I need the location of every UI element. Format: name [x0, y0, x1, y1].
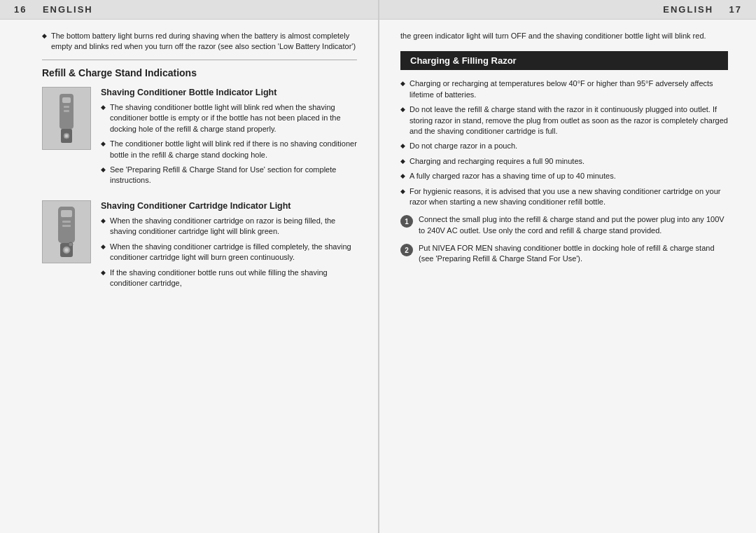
cartridge-bullet-0: ◆ When the shaving conditioner cartridge… — [101, 216, 357, 237]
svg-point-3 — [65, 134, 68, 137]
step-number-2: 2 — [400, 244, 413, 256]
bottle-image — [42, 87, 91, 150]
step-number-1: 1 — [400, 215, 413, 228]
svg-rect-11 — [61, 210, 72, 217]
razor-illustration-2 — [46, 204, 88, 260]
left-page: 16 ENGLISH ◆ The bottom battery light bu… — [0, 0, 378, 533]
right-page: ENGLISH 17 the green indicator light wil… — [378, 0, 756, 533]
svg-rect-5 — [64, 106, 69, 108]
left-language: ENGLISH — [43, 4, 93, 15]
charging-bullet-0: ◆ Charging or recharging at temperatures… — [400, 78, 728, 100]
cartridge-bullet-text-1: When the shaving conditioner cartridge i… — [110, 242, 357, 263]
charging-bullet-text-0: Charging or recharging at temperatures b… — [410, 78, 728, 100]
charging-bullet-5: ◆ For hygienic reasons, it is advised th… — [400, 186, 728, 208]
bullet-icon: ◆ — [101, 243, 106, 250]
bottle-bullet-0: ◆ The shaving conditioner bottle light w… — [101, 102, 357, 134]
bottle-indicator-title: Shaving Conditioner Bottle Indicator Lig… — [101, 87, 357, 98]
bullet-item: ◆ The bottom battery light burns red dur… — [42, 31, 357, 53]
cartridge-bullet-text-2: If the shaving conditioner bottle runs o… — [110, 268, 357, 289]
svg-point-14 — [69, 242, 73, 247]
left-page-number: 16 — [14, 4, 27, 15]
bullet-icon: ◆ — [400, 188, 405, 195]
left-content: ◆ The bottom battery light burns red dur… — [0, 20, 378, 533]
charging-bullet-text-3: Charging and recharging requires a full … — [410, 156, 584, 167]
bottle-indicator-subsection: Shaving Conditioner Bottle Indicator Lig… — [42, 87, 357, 191]
right-page-header: ENGLISH 17 — [379, 0, 756, 20]
svg-rect-12 — [62, 221, 71, 223]
bullet-icon: ◆ — [101, 140, 106, 147]
razor-illustration-1 — [46, 90, 88, 146]
charging-bullets: ◆ Charging or recharging at temperatures… — [400, 78, 728, 207]
cartridge-indicator-content: Shaving Conditioner Cartridge Indicator … — [101, 200, 357, 293]
cartridge-bullet-2: ◆ If the shaving conditioner bottle runs… — [101, 268, 357, 289]
left-page-header: 16 ENGLISH — [0, 0, 378, 20]
numbered-step-2: 2 Put NIVEA FOR MEN shaving conditioner … — [400, 243, 728, 265]
bullet-icon: ◆ — [400, 158, 405, 165]
bottle-bullet-1: ◆ The conditioner bottle light will blin… — [101, 139, 357, 160]
bottle-indicator-content: Shaving Conditioner Bottle Indicator Lig… — [101, 87, 357, 191]
svg-rect-6 — [64, 110, 69, 112]
charging-bullet-text-5: For hygienic reasons, it is advised that… — [410, 186, 728, 208]
refill-section-title: Refill & Charge Stand Indications — [42, 67, 357, 78]
right-page-number: 17 — [729, 4, 742, 15]
bullet-icon: ◆ — [101, 166, 106, 173]
bullet-icon: ◆ — [101, 269, 106, 276]
cartridge-image — [42, 200, 91, 263]
bottle-bullet-2: ◆ See 'Preparing Refill & Charge Stand f… — [101, 165, 357, 186]
bottle-bullet-text-0: The shaving conditioner bottle light wil… — [110, 102, 357, 134]
svg-rect-13 — [62, 225, 71, 227]
cartridge-indicator-subsection: Shaving Conditioner Cartridge Indicator … — [42, 200, 357, 293]
bottle-bullet-text-1: The conditioner bottle light will blink … — [110, 139, 357, 160]
charging-bullet-text-4: A fully charged razor has a shaving time… — [410, 171, 616, 181]
bullet-icon: ◆ — [400, 142, 405, 149]
bullet-icon: ◆ — [42, 32, 47, 39]
charging-bullet-1: ◆ Do not leave the refill & charge stand… — [400, 104, 728, 137]
charging-bullet-2: ◆ Do not charge razor in a pouch. — [400, 141, 728, 151]
bullet-icon: ◆ — [400, 80, 405, 87]
cartridge-indicator-title: Shaving Conditioner Cartridge Indicator … — [101, 200, 357, 212]
charging-section-title: Charging & Filling Razor — [400, 51, 728, 70]
cartridge-bullet-1: ◆ When the shaving conditioner cartridge… — [101, 242, 357, 263]
numbered-step-1: 1 Connect the small plug into the refill… — [400, 214, 728, 236]
bullet-icon: ◆ — [400, 106, 405, 113]
charging-bullet-4: ◆ A fully charged razor has a shaving ti… — [400, 171, 728, 181]
bottle-bullet-text-2: See 'Preparing Refill & Charge Stand for… — [110, 165, 357, 186]
step-text-2: Put NIVEA FOR MEN shaving conditioner bo… — [419, 243, 728, 265]
right-top-text: the green indicator light will turn OFF … — [400, 31, 728, 41]
svg-point-10 — [65, 248, 69, 251]
section-divider — [42, 60, 357, 60]
top-bullet-section: ◆ The bottom battery light burns red dur… — [42, 31, 357, 53]
cartridge-bullet-text-0: When the shaving conditioner cartridge o… — [110, 216, 357, 237]
bullet-icon: ◆ — [400, 172, 405, 179]
right-content: the green indicator light will turn OFF … — [379, 20, 756, 533]
top-bullet-text: The bottom battery light burns red durin… — [51, 31, 357, 53]
bullet-icon: ◆ — [101, 104, 106, 111]
bullet-icon: ◆ — [101, 217, 106, 224]
step-text-1: Connect the small plug into the refill &… — [419, 214, 728, 236]
right-language: ENGLISH — [663, 4, 713, 15]
charging-bullet-text-2: Do not charge razor in a pouch. — [410, 141, 517, 151]
charging-bullet-3: ◆ Charging and recharging requires a ful… — [400, 156, 728, 167]
svg-rect-4 — [62, 97, 71, 103]
charging-bullet-text-1: Do not leave the refill & charge stand w… — [410, 104, 728, 137]
page-container: 16 ENGLISH ◆ The bottom battery light bu… — [0, 0, 756, 533]
